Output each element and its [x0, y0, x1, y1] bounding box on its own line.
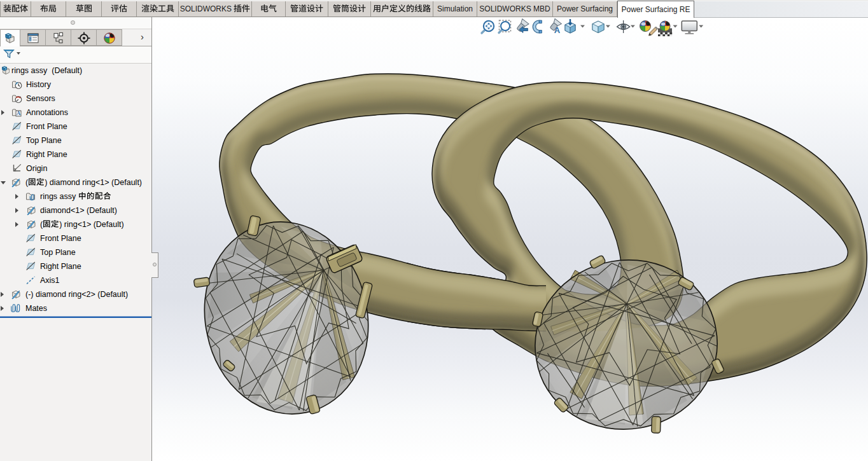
svg-text:A: A: [554, 25, 561, 35]
svg-text:A: A: [17, 110, 21, 116]
